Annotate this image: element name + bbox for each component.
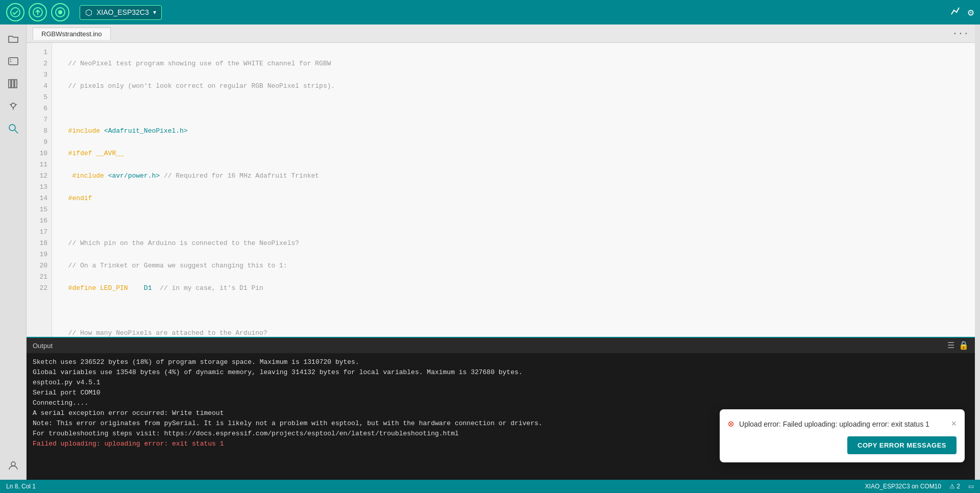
status-bar: Ln 8, Col 1 XIAO_ESP32C3 on COM10 ⚠ 2 ▭ <box>0 480 980 493</box>
debug-button[interactable] <box>51 3 69 21</box>
status-layout-icon[interactable]: ▭ <box>968 483 974 490</box>
svg-rect-5 <box>9 58 18 65</box>
chevron-down-icon: ▾ <box>153 9 156 16</box>
toolbar-right-icons: ⚙ <box>950 5 974 19</box>
line-num-15: 15 <box>27 204 52 215</box>
file-tab-more-button[interactable]: ··· <box>952 29 969 39</box>
code-lines[interactable]: // NeoPixel test program showing use of … <box>52 43 975 337</box>
code-editor[interactable]: 1 2 3 4 5 6 7 8 9 10 11 12 13 14 15 16 1 <box>27 43 975 337</box>
code-line-10: // On a Trinket or Gemma we suggest chan… <box>60 260 967 272</box>
line-num-11: 11 <box>27 159 52 170</box>
sidebar-item-search[interactable] <box>3 118 23 139</box>
file-tab: RGBWstrandtest.ino ··· <box>27 24 975 43</box>
output-header-label: Output <box>33 342 53 350</box>
svg-point-6 <box>10 59 11 60</box>
code-line-3 <box>60 103 967 114</box>
svg-point-17 <box>11 462 15 466</box>
sidebar-item-debug[interactable] <box>3 96 23 116</box>
output-menu-icon[interactable]: ☰ <box>947 340 954 351</box>
line-num-3: 3 <box>27 69 52 81</box>
code-line-8 <box>60 215 967 227</box>
output-header-icons: ☰ 🔒 <box>947 340 969 351</box>
svg-rect-8 <box>9 80 11 88</box>
line-num-20: 20 <box>27 260 52 272</box>
line-num-1: 1 <box>27 47 52 58</box>
sidebar-item-folder[interactable] <box>3 29 23 49</box>
board-icon: ⬡ <box>85 8 92 17</box>
right-scrollbar[interactable] <box>975 24 980 480</box>
line-num-4: 4 <box>27 81 52 92</box>
error-popup-close-button[interactable]: × <box>951 418 957 429</box>
error-popup-header: ⊗ Upload error: Failed uploading: upload… <box>728 417 957 430</box>
verify-button[interactable] <box>6 3 24 21</box>
code-line-7: #endif <box>60 193 967 204</box>
status-warnings[interactable]: ⚠ 2 <box>949 483 960 490</box>
code-line-9: // Which pin on the Arduino is connected… <box>60 238 967 249</box>
code-line-5: #ifdef __AVR__ <box>60 148 967 159</box>
svg-point-4 <box>58 10 62 14</box>
svg-rect-9 <box>12 80 14 88</box>
svg-point-11 <box>11 103 15 107</box>
copy-error-button[interactable]: COPY ERROR MESSAGES <box>847 436 957 454</box>
code-line-4: #include <Adafruit_NeoPixel.h> <box>60 126 967 137</box>
line-num-14: 14 <box>27 193 52 204</box>
line-num-17: 17 <box>27 227 52 238</box>
line-num-18: 18 <box>27 238 52 249</box>
output-line-5: Connecting.... <box>33 398 969 408</box>
output-header: Output ☰ 🔒 <box>27 337 975 353</box>
line-num-21: 21 <box>27 272 52 283</box>
sidebar-item-library[interactable] <box>3 73 23 94</box>
svg-line-16 <box>15 130 18 133</box>
svg-line-13 <box>10 104 11 105</box>
svg-point-15 <box>9 125 15 131</box>
toolbar: ⬡ XIAO_ESP32C3 ▾ ⚙ <box>0 0 980 24</box>
line-num-13: 13 <box>27 182 52 193</box>
upload-button[interactable] <box>29 3 47 21</box>
code-line-11: #define LED_PIN D1 // in my case, it's D… <box>60 283 967 294</box>
line-num-9: 9 <box>27 137 52 148</box>
line-num-5: 5 <box>27 92 52 103</box>
sidebar <box>0 24 27 480</box>
line-num-19: 19 <box>27 249 52 260</box>
code-line-1: // NeoPixel test program showing use of … <box>60 58 967 69</box>
status-board: XIAO_ESP32C3 on COM10 <box>865 483 941 490</box>
line-num-10: 10 <box>27 148 52 159</box>
sidebar-item-board[interactable] <box>3 51 23 71</box>
line-num-7: 7 <box>27 114 52 126</box>
status-left: Ln 8, Col 1 <box>6 483 36 490</box>
status-position: Ln 8, Col 1 <box>6 483 36 490</box>
status-right: XIAO_ESP32C3 on COM10 ⚠ 2 ▭ <box>865 483 974 490</box>
svg-point-7 <box>10 61 11 62</box>
line-num-8: 8 <box>27 126 52 137</box>
board-name: XIAO_ESP32C3 <box>96 8 149 16</box>
svg-point-0 <box>11 8 20 17</box>
output-lock-icon[interactable]: 🔒 <box>959 340 969 351</box>
output-line-3: esptool.py v4.5.1 <box>33 378 969 388</box>
output-line-2: Global variables use 13548 bytes (4%) of… <box>33 367 969 378</box>
board-selector[interactable]: ⬡ XIAO_ESP32C3 ▾ <box>80 5 162 20</box>
line-numbers: 1 2 3 4 5 6 7 8 9 10 11 12 13 14 15 16 1 <box>27 43 52 337</box>
error-popup: ⊗ Upload error: Failed uploading: upload… <box>720 409 965 462</box>
code-line-6: #include <avr/power.h> // Required for 1… <box>60 170 967 182</box>
line-num-12: 12 <box>27 170 52 182</box>
settings-icon[interactable]: ⚙ <box>968 6 974 19</box>
svg-line-14 <box>15 104 17 105</box>
serial-plotter-icon[interactable] <box>950 5 962 19</box>
code-line-12 <box>60 305 967 316</box>
code-line-13: // How many NeoPixels are attached to th… <box>60 328 967 337</box>
svg-rect-10 <box>15 80 17 88</box>
output-line-4: Serial port COM10 <box>33 388 969 398</box>
output-line-1: Sketch uses 236522 bytes (18%) of progra… <box>33 357 969 367</box>
file-tab-name[interactable]: RGBWstrandtest.ino <box>33 28 111 40</box>
error-circle-icon: ⊗ <box>728 417 734 430</box>
line-num-16: 16 <box>27 215 52 227</box>
error-popup-message: Upload error: Failed uploading: uploadin… <box>739 420 946 428</box>
code-line-2: // pixels only (won't look correct on re… <box>60 81 967 92</box>
line-num-22: 22 <box>27 283 52 294</box>
line-num-2: 2 <box>27 58 52 69</box>
sidebar-item-user[interactable] <box>3 455 23 476</box>
line-num-6: 6 <box>27 103 52 114</box>
